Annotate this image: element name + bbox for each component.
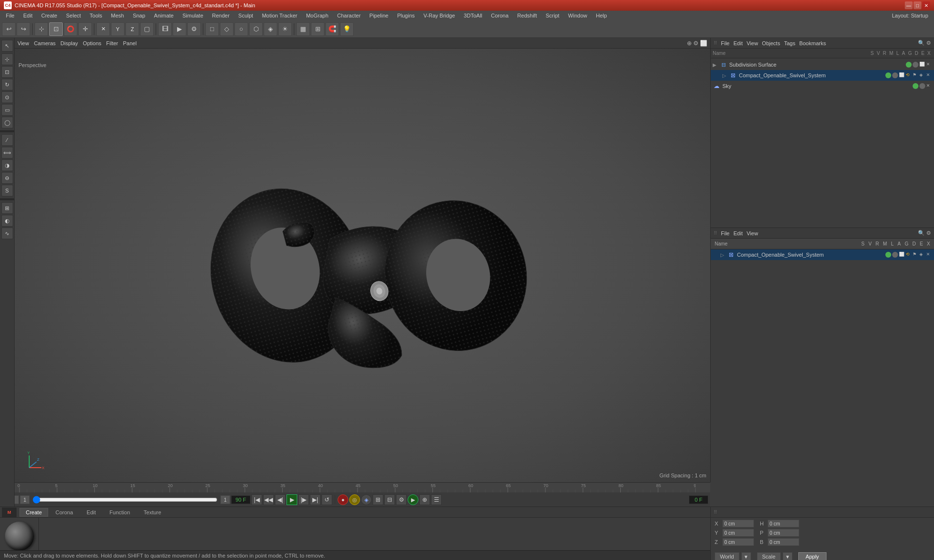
apply-button[interactable]: Apply [798,552,826,560]
transform-tool-button[interactable]: ✛ [78,22,92,36]
menu-help[interactable]: Help [592,12,611,19]
obj-menu-bookmarks[interactable]: Bookmarks [799,40,826,46]
vp-expand-icon[interactable]: ⬜ [700,40,707,47]
edges-mode-btn[interactable]: Z [126,22,139,36]
green-transport-btn[interactable]: ▶ [408,494,418,505]
auto-keyframe-btn[interactable]: ◎ [349,494,360,505]
viewport-canvas[interactable]: X Y Z Perspective Grid Spacing : 1 cm [15,49,710,482]
sidebar-material-btn[interactable]: ◐ [1,215,13,227]
display-mode-btn[interactable]: ▦ [296,22,310,36]
scale-dropdown-btn[interactable]: ▼ [783,552,792,560]
object-mode-btn[interactable]: ✕ [96,22,110,36]
menu-render[interactable]: Render [208,12,234,19]
obj-menu-objects[interactable]: Objects [762,40,780,46]
obj-row-sky[interactable]: ☁ Sky ✕ [711,81,934,91]
sidebar-sculpt-btn[interactable]: ∿ [1,228,13,239]
tab-edit[interactable]: Edit [80,508,102,517]
tab-texture[interactable]: Texture [137,508,167,517]
mat-search-icon[interactable]: 🔍 [918,230,925,236]
timeline-ruler[interactable] [0,483,710,492]
points-mode-btn[interactable]: Y [111,22,125,36]
menu-select[interactable]: Select [62,12,85,19]
sidebar-measure-btn[interactable]: ⟺ [1,147,13,158]
obj-menu-view[interactable]: View [747,40,758,46]
menu-vraybridge[interactable]: V-Ray Bridge [420,12,459,19]
play-backward-btn[interactable]: ◀◀ [263,494,274,505]
playback-speed-input[interactable] [220,495,230,504]
vp-menu-panel[interactable]: Panel [123,40,137,46]
menu-sculpt[interactable]: Sculpt [234,12,257,19]
nurbs-btn[interactable]: ◇ [220,22,234,36]
sidebar-live-select-btn[interactable]: ⊙ [1,91,13,103]
spline-btn[interactable]: ○ [234,22,248,36]
camera-btn[interactable]: ◈ [264,22,277,36]
sidebar-mirror-btn[interactable]: ⊖ [1,172,13,184]
vp-menu-view[interactable]: View [18,40,29,46]
menu-redshift[interactable]: Redshift [513,12,540,19]
minimize-button[interactable]: — [905,1,913,9]
vp-menu-filter[interactable]: Filter [106,40,118,46]
vp-menu-display[interactable]: Display [60,40,78,46]
obj-row-subdivision[interactable]: ▶ ⊟ Subdivision Surface ⬜ ✕ [711,59,934,70]
vp-menu-cameras[interactable]: Cameras [34,40,56,46]
undo-button[interactable]: ↩ [2,22,16,36]
mat-config-icon[interactable]: ⚙ [926,230,931,236]
tab-function[interactable]: Function [103,508,136,517]
obj-config-icon[interactable]: ⚙ [926,40,931,46]
light-btn[interactable]: ☀ [278,22,292,36]
anim-options-btn[interactable]: ⊟ [384,494,395,505]
step-back-btn[interactable]: ◀| [275,494,286,505]
go-to-end-btn[interactable]: ▶| [310,494,321,505]
menu-animate[interactable]: Animate [150,12,178,19]
sidebar-magnet-btn[interactable]: ◑ [1,159,13,171]
render-queue-btn[interactable]: ⚙ [396,494,407,505]
menu-file[interactable]: File [2,12,18,19]
menu-snap[interactable]: Snap [129,12,149,19]
menu-create[interactable]: Create [37,12,61,19]
scale-tool-button[interactable]: ⊡ [49,22,63,36]
menu-window[interactable]: Window [564,12,591,19]
mat-menu-edit[interactable]: Edit [734,230,743,236]
menu-mograph[interactable]: MoGraph [302,12,332,19]
menu-mesh[interactable]: Mesh [107,12,128,19]
close-button[interactable]: ✕ [922,1,930,9]
snap-btn[interactable]: 🧲 [325,22,339,36]
obj-search-icon[interactable]: 🔍 [918,40,925,46]
menu-edit[interactable]: Edit [19,12,36,19]
mat-menu-view[interactable]: View [747,230,758,236]
menu-tools[interactable]: Tools [86,12,106,19]
timeline-scrubber[interactable] [33,496,217,504]
world-dropdown-btn[interactable]: ▼ [741,552,751,560]
motion-path-btn[interactable]: ◈ [361,494,372,505]
mat-row-swivel[interactable]: ▷ ⊠ Compact_Openable_Swivel_System ⬜ ⟲ ⚑… [711,249,934,260]
coord-z-input[interactable] [722,538,754,546]
main-viewport[interactable]: View Cameras Display Options Filter Pane… [15,38,710,482]
menu-script[interactable]: Script [542,12,563,19]
coord-p-input[interactable] [768,529,799,537]
tab-create[interactable]: Create [19,508,48,517]
poly-mode-btn[interactable]: ▢ [140,22,154,36]
sidebar-knife-btn[interactable]: S [1,185,13,196]
play-btn[interactable]: ▶ [287,494,297,505]
render-btn[interactable]: ▶ [173,22,186,36]
sidebar-move-btn[interactable]: ⊹ [1,53,13,65]
step-forward-btn[interactable]: |▶ [298,494,309,505]
snapping-anim-btn[interactable]: ⊕ [419,494,430,505]
mat-menu-file[interactable]: File [721,230,730,236]
fps-input[interactable] [20,495,30,504]
tab-corona[interactable]: Corona [49,508,79,517]
coord-h-input[interactable] [768,520,799,527]
menu-plugins[interactable]: Plugins [393,12,418,19]
cube-btn[interactable]: □ [205,22,219,36]
loop-btn[interactable]: ↺ [322,494,332,505]
render-preview-btn[interactable]: 🎞 [158,22,172,36]
sidebar-rotate-btn[interactable]: ↻ [1,79,13,90]
sidebar-scale-btn[interactable]: ⊡ [1,66,13,78]
world-button[interactable]: World [715,552,739,560]
coord-b-input[interactable] [768,538,799,546]
menu-motiontracker[interactable]: Motion Tracker [258,12,301,19]
menu-pipeline[interactable]: Pipeline [365,12,392,19]
floor-btn[interactable]: 💡 [340,22,354,36]
deformer-btn[interactable]: ⬡ [249,22,263,36]
vp-menu-options[interactable]: Options [83,40,101,46]
